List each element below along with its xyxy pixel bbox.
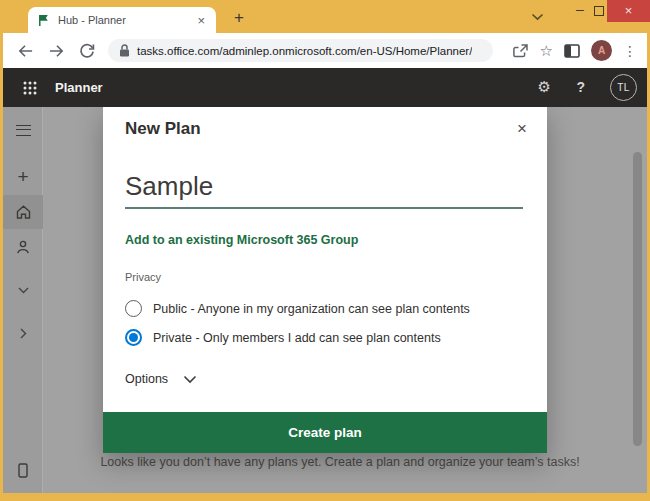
chevron-right-icon <box>20 328 27 339</box>
maximize-button[interactable] <box>594 6 604 16</box>
app-launcher-waffle-icon[interactable] <box>23 81 37 95</box>
person-icon <box>16 240 30 255</box>
radio-dot <box>129 333 138 342</box>
back-icon[interactable] <box>13 39 37 63</box>
sidebar-expand-section[interactable] <box>3 273 43 307</box>
user-avatar[interactable]: TL <box>610 74 637 101</box>
mobile-phone-icon <box>18 463 28 478</box>
url-text[interactable]: tasks.office.com/adminlep.onmicrosoft.co… <box>137 45 472 57</box>
sidebar-collapse-toggle[interactable] <box>3 316 43 350</box>
reload-icon[interactable] <box>75 39 99 63</box>
privacy-option-label: Private - Only members I add can see pla… <box>153 331 441 345</box>
close-window-button[interactable]: × <box>607 0 650 22</box>
options-expander[interactable]: Options <box>125 372 197 386</box>
privacy-option-public[interactable]: Public - Anyone in my organization can s… <box>125 300 470 317</box>
bookmark-star-icon[interactable]: ☆ <box>540 43 553 58</box>
browser-tab[interactable]: Hub - Planner × <box>28 7 216 33</box>
create-plan-button[interactable]: Create plan <box>103 412 547 453</box>
settings-gear-icon[interactable]: ⚙ <box>538 79 551 94</box>
empty-state-message: Looks like you don’t have any plans yet.… <box>43 455 637 469</box>
vertical-scrollbar[interactable] <box>633 152 642 446</box>
privacy-label: Privacy <box>125 271 161 283</box>
browser-toolbar: tasks.office.com/adminlep.onmicrosoft.co… <box>3 33 647 68</box>
share-icon[interactable] <box>512 43 529 59</box>
tab-search-chevron-icon[interactable] <box>531 13 544 21</box>
options-label: Options <box>125 372 168 386</box>
planner-app-header: Planner ⚙ ? TL <box>3 68 647 107</box>
chevron-down-icon <box>183 375 197 384</box>
tab-close-icon[interactable]: × <box>195 13 207 28</box>
lock-icon[interactable] <box>119 44 130 57</box>
privacy-option-private[interactable]: Private - Only members I add can see pla… <box>125 329 441 346</box>
planner-favicon-icon <box>37 14 50 27</box>
sidebar-item-my-tasks[interactable] <box>3 230 43 264</box>
radio-unselected-icon[interactable] <box>125 300 142 317</box>
add-to-group-link[interactable]: Add to an existing Microsoft 365 Group <box>125 233 358 247</box>
browser-window: Hub - Planner × + – × <box>0 0 650 501</box>
nav-menu-toggle[interactable] <box>3 113 43 147</box>
address-bar[interactable]: tasks.office.com/adminlep.onmicrosoft.co… <box>108 39 493 62</box>
new-plan-dialog: New Plan × Add to an existing Microsoft … <box>103 107 547 453</box>
radio-selected-icon[interactable] <box>125 329 142 346</box>
help-icon[interactable]: ? <box>576 79 585 95</box>
browser-menu-icon[interactable]: ⋮ <box>623 43 637 59</box>
app-title: Planner <box>55 80 103 95</box>
hamburger-icon <box>16 125 31 136</box>
browser-profile-avatar[interactable]: A <box>591 40 612 61</box>
left-nav-sidebar: + <box>3 107 43 493</box>
dialog-title: New Plan <box>125 119 201 139</box>
sidebar-new-plan-button[interactable]: + <box>3 160 43 194</box>
dialog-close-icon[interactable]: × <box>513 117 531 141</box>
privacy-option-label: Public - Anyone in my organization can s… <box>153 302 470 316</box>
home-icon <box>16 205 31 219</box>
sidebar-item-hub[interactable] <box>3 195 43 229</box>
forward-icon[interactable] <box>44 39 68 63</box>
page-content: + <box>3 107 647 493</box>
tab-title: Hub - Planner <box>58 14 195 26</box>
toolbar-right-icons: ☆ A ⋮ <box>501 40 637 61</box>
chevron-down-icon <box>18 287 29 294</box>
side-panel-icon[interactable] <box>564 44 580 58</box>
window-titlebar: Hub - Planner × + – × <box>3 0 647 33</box>
new-tab-button[interactable]: + <box>227 6 251 30</box>
minimize-button[interactable]: – <box>569 0 591 22</box>
plan-name-input[interactable] <box>125 165 523 209</box>
sidebar-get-app-button[interactable] <box>3 453 43 487</box>
